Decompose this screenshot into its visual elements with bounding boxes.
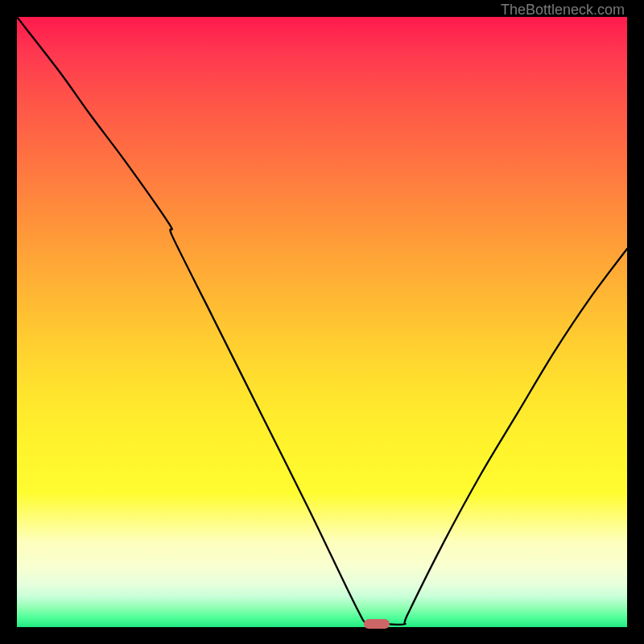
watermark-label: TheBottleneck.com bbox=[501, 2, 625, 19]
optimal-marker bbox=[364, 619, 390, 629]
curve-layer bbox=[17, 17, 627, 627]
chart-container: TheBottleneck.com bbox=[0, 0, 644, 644]
bottleneck-curve bbox=[17, 17, 627, 625]
